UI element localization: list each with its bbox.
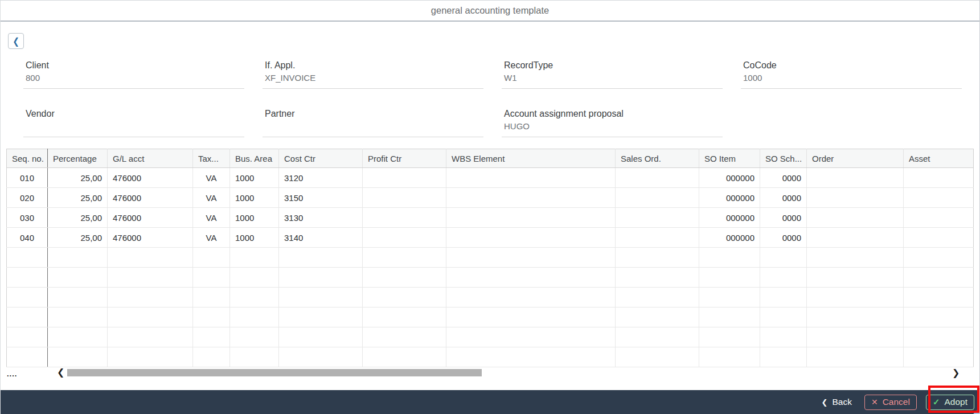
table-empty-row	[7, 327, 974, 347]
column-header-tax[interactable]: Tax...	[193, 149, 230, 168]
column-header-order[interactable]: Order	[807, 149, 904, 168]
table-cell-order[interactable]	[807, 208, 904, 228]
table-cell-order[interactable]	[807, 168, 904, 188]
table-row-3[interactable]: 04025,00476000VA10003140 0000000000	[7, 228, 974, 248]
table-cell-profit_ctr[interactable]	[363, 188, 446, 208]
table-cell-so_item[interactable]: 000000	[699, 188, 760, 208]
table-cell-bus_area[interactable]: 1000	[230, 188, 279, 208]
table-cell-wbs_element[interactable]	[446, 208, 616, 228]
adopt-button[interactable]: ✓ Adopt	[926, 395, 974, 410]
column-header-so_sch[interactable]: SO Sch...	[760, 149, 807, 168]
column-header-asset[interactable]: Asset	[904, 149, 974, 168]
column-header-wbs_element[interactable]: WBS Element	[446, 149, 616, 168]
table-cell-seq[interactable]: 020	[7, 188, 48, 208]
column-header-profit_ctr[interactable]: Profit Ctr	[363, 149, 446, 168]
table-cell-seq[interactable]: 010	[7, 168, 48, 188]
cancel-button[interactable]: ✕ Cancel	[864, 395, 917, 410]
horizontal-scrollbar-thumb[interactable]	[67, 369, 482, 376]
column-header-cost_ctr[interactable]: Cost Ctr	[279, 149, 363, 168]
column-header-so_item[interactable]: SO Item	[699, 149, 760, 168]
table-cell-profit_ctr[interactable]	[363, 168, 446, 188]
table-cell-wbs_element[interactable]	[446, 168, 616, 188]
table-cell-asset[interactable]	[904, 168, 974, 188]
table-cell-percentage[interactable]: 25,00	[48, 208, 108, 228]
column-header-bus_area[interactable]: Bus. Area	[230, 149, 279, 168]
column-header-gl_acct[interactable]: G/L acct	[108, 149, 193, 168]
field-if-appl[interactable]: If. Appl. XF_INVOICE	[263, 60, 483, 89]
table-cell-cost_ctr[interactable]: 3150	[279, 188, 363, 208]
table-cell-asset[interactable]	[904, 228, 974, 248]
table-cell-asset[interactable]	[904, 188, 974, 208]
table-cell-order	[807, 288, 904, 308]
table-cell-percentage[interactable]: 25,00	[48, 168, 108, 188]
table-cell-profit_ctr	[363, 308, 446, 327]
table-cell-so_sch[interactable]: 0000	[760, 208, 807, 228]
field-vendor[interactable]: Vendor	[23, 108, 244, 137]
table-cell-sales_ord[interactable]	[616, 208, 699, 228]
table-cell-seq[interactable]: 040	[7, 228, 48, 248]
table-cell-cost_ctr	[279, 347, 363, 367]
table-cell-tax[interactable]: VA	[193, 188, 230, 208]
table-cell-seq[interactable]: 030	[7, 208, 48, 228]
field-record-type[interactable]: RecordType W1	[502, 60, 723, 89]
table-cell-bus_area[interactable]: 1000	[230, 168, 279, 188]
nav-back-button[interactable]: ❮	[8, 33, 24, 49]
table-empty-row	[7, 288, 974, 308]
table-cell-so_sch	[760, 288, 807, 308]
table-cell-percentage[interactable]: 25,00	[48, 228, 108, 248]
table-cell-sales_ord[interactable]	[616, 188, 699, 208]
back-button[interactable]: ❮ Back	[818, 395, 855, 409]
table-cell-profit_ctr[interactable]	[363, 208, 446, 228]
field-client[interactable]: Client 800	[23, 60, 244, 89]
table-cell-gl_acct[interactable]: 476000	[108, 228, 193, 248]
table-cell-seq	[7, 248, 48, 268]
table-cell-percentage[interactable]: 25,00	[48, 188, 108, 208]
table-cell-bus_area	[230, 347, 279, 367]
table-cell-asset[interactable]	[904, 208, 974, 228]
table-cell-wbs_element	[446, 248, 616, 268]
column-header-sales_ord[interactable]: Sales Ord.	[616, 149, 699, 168]
table-cell-profit_ctr[interactable]	[363, 228, 446, 248]
table-cell-sales_ord[interactable]	[616, 228, 699, 248]
column-header-percentage[interactable]: Percentage	[48, 149, 108, 168]
table-cell-order[interactable]	[807, 228, 904, 248]
table-cell-order[interactable]	[807, 188, 904, 208]
table-cell-sales_ord[interactable]	[616, 168, 699, 188]
table-cell-tax[interactable]: VA	[193, 228, 230, 248]
footer-toolbar: ❮ Back ✕ Cancel ✓ Adopt	[1, 390, 979, 414]
table-cell-seq	[7, 347, 48, 367]
table-cell-cost_ctr[interactable]: 3120	[279, 168, 363, 188]
table-cell-so_item[interactable]: 000000	[699, 228, 760, 248]
table-cell-asset	[904, 347, 974, 367]
table-cell-bus_area	[230, 308, 279, 327]
field-label: Vendor	[26, 108, 244, 120]
table-cell-so_sch[interactable]: 0000	[760, 188, 807, 208]
table-cell-profit_ctr	[363, 288, 446, 308]
table-cell-so_sch[interactable]: 0000	[760, 228, 807, 248]
table-cell-bus_area[interactable]: 1000	[230, 208, 279, 228]
table-cell-so_item[interactable]: 000000	[699, 208, 760, 228]
field-partner[interactable]: Partner	[263, 108, 483, 137]
table-row-2[interactable]: 03025,00476000VA10003130 0000000000	[7, 208, 974, 228]
column-header-seq[interactable]: Seq. no.	[7, 149, 48, 168]
table-cell-wbs_element[interactable]	[446, 188, 616, 208]
scroll-right-icon[interactable]: ❯	[952, 367, 960, 378]
table-row-0[interactable]: 01025,00476000VA10003120 0000000000	[7, 168, 974, 188]
table-cell-tax	[193, 268, 230, 288]
table-cell-sales_ord	[616, 248, 699, 268]
table-cell-tax[interactable]: VA	[193, 208, 230, 228]
table-cell-bus_area[interactable]: 1000	[230, 228, 279, 248]
table-cell-cost_ctr[interactable]: 3140	[279, 228, 363, 248]
table-cell-so_item[interactable]: 000000	[699, 168, 760, 188]
scroll-left-icon[interactable]: ❮	[57, 367, 64, 378]
table-cell-gl_acct[interactable]: 476000	[108, 208, 193, 228]
field-account-assignment-proposal[interactable]: Account assignment proposal HUGO	[502, 108, 723, 137]
table-cell-wbs_element[interactable]	[446, 228, 616, 248]
field-cocode[interactable]: CoCode 1000	[741, 60, 962, 89]
table-cell-tax[interactable]: VA	[193, 168, 230, 188]
table-cell-cost_ctr[interactable]: 3130	[279, 208, 363, 228]
table-cell-gl_acct[interactable]: 476000	[108, 188, 193, 208]
table-cell-so_sch[interactable]: 0000	[760, 168, 807, 188]
table-row-1[interactable]: 02025,00476000VA10003150 0000000000	[7, 188, 974, 208]
table-cell-gl_acct[interactable]: 476000	[108, 168, 193, 188]
